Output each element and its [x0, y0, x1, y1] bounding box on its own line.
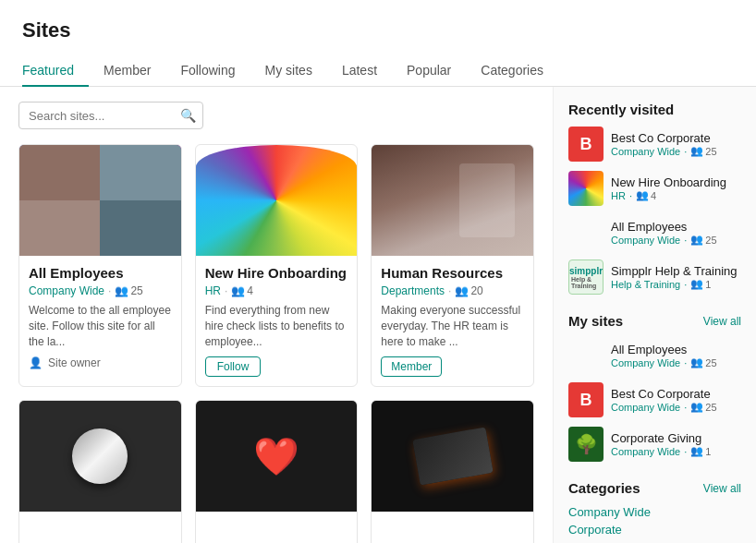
tabs-nav: Featured Member Following My sites Lates…	[22, 55, 734, 86]
site-info: New Hire Onboarding HR · 👥 4	[611, 175, 726, 201]
site-thumb-myallemployees	[568, 338, 604, 373]
card-image-laptop	[372, 401, 533, 512]
card-desc: Making everyone successful everyday. The…	[381, 303, 524, 349]
follow-button[interactable]: Follow	[205, 356, 262, 377]
category-company-wide[interactable]: Company Wide	[568, 505, 741, 519]
site-sub: Help & Training · 👥 1	[611, 278, 738, 290]
people-icon: 👥	[231, 284, 245, 297]
site-name: Corporate Giving	[611, 431, 711, 445]
recently-visited-header: Recently visited	[568, 102, 741, 117]
card-image-hr	[372, 145, 533, 256]
site-sub: Company Wide · 👥 25	[611, 401, 717, 413]
site-owner-icon: 👤	[29, 356, 43, 369]
site-info: Best Co Corporate Company Wide · 👥 25	[611, 131, 717, 157]
site-card-all-employees[interactable]: All Employees Company Wide · 👥 25 Welcom…	[18, 144, 182, 387]
card-body-4	[19, 512, 181, 543]
card-category: Company Wide	[29, 284, 104, 297]
my-sites-item-2[interactable]: B Best Co Corporate Company Wide · 👥 25	[568, 382, 741, 417]
card-body-5	[196, 512, 358, 543]
site-owner-label: Site owner	[48, 356, 101, 369]
card-footer: 👤 Site owner	[29, 356, 172, 369]
site-info: All Employees Company Wide · 👥 25	[611, 220, 717, 246]
site-name: Best Co Corporate	[611, 387, 717, 401]
recently-visited-item-1[interactable]: B Best Co Corporate Company Wide · 👥 25	[568, 127, 741, 162]
my-sites-item-3[interactable]: 🌳 Corporate Giving Company Wide · 👥 1	[568, 427, 741, 462]
site-card-5[interactable]: ❤️	[195, 400, 359, 543]
search-bar[interactable]: 🔍	[18, 102, 203, 129]
search-icon: 🔍	[180, 108, 196, 123]
site-info: All Employees Company Wide · 👥 25	[611, 343, 717, 368]
site-sub: Company Wide · 👥 25	[611, 356, 717, 368]
sidebar: Recently visited B Best Co Corporate Com…	[553, 87, 756, 543]
categories-section: Categories View all Company Wide Corpora…	[568, 480, 741, 543]
card-desc: Find everything from new hire check list…	[205, 303, 348, 349]
site-info: Corporate Giving Company Wide · 👥 1	[611, 431, 711, 457]
site-sub: Company Wide · 👥 25	[611, 145, 717, 157]
people-icon: 👥	[115, 284, 128, 297]
member-count: 👥 20	[455, 284, 482, 297]
member-count: 👥 25	[115, 284, 142, 297]
card-body-6	[372, 512, 533, 543]
site-thumb-newhire	[568, 171, 604, 206]
categories-title: Categories	[568, 480, 640, 496]
site-name: All Employees	[611, 343, 717, 356]
site-card-new-hire[interactable]: New Hire Onboarding HR · 👥 4 Find everyt…	[195, 144, 359, 387]
header: Sites Featured Member Following My sites…	[0, 0, 756, 87]
recently-visited-item-2[interactable]: New Hire Onboarding HR · 👥 4	[568, 171, 741, 206]
recently-visited-section: Recently visited B Best Co Corporate Com…	[568, 102, 741, 295]
card-category: Departments	[381, 284, 445, 297]
site-sub: Company Wide · 👥 1	[611, 445, 711, 457]
tab-latest[interactable]: Latest	[327, 55, 392, 87]
site-thumb-simpplr: simpplr Help & Training	[568, 259, 604, 295]
card-image-heart: ❤️	[196, 401, 358, 512]
site-card-6[interactable]	[371, 400, 534, 543]
tab-categories[interactable]: Categories	[466, 55, 558, 87]
my-sites-header: My sites View all	[568, 313, 741, 329]
my-sites-section: My sites View all All Employees Compan	[568, 313, 741, 462]
categories-header: Categories View all	[568, 480, 741, 496]
site-name: New Hire Onboarding	[611, 175, 726, 189]
site-card-4[interactable]	[18, 400, 182, 543]
card-category: HR	[205, 284, 221, 297]
my-sites-title: My sites	[568, 313, 623, 329]
site-thumb-corporate-giving: 🌳	[568, 427, 604, 462]
card-meta: Departments · 👥 20	[381, 284, 524, 297]
site-info: Best Co Corporate Company Wide · 👥 25	[611, 387, 717, 413]
search-input[interactable]	[29, 109, 177, 123]
categories-view-all[interactable]: View all	[703, 482, 741, 495]
site-info: Simpplr Help & Training Help & Training …	[611, 264, 738, 290]
site-card-hr[interactable]: Human Resources Departments · 👥 20 Makin…	[371, 144, 534, 387]
member-count: 👥 4	[231, 284, 253, 297]
tab-featured[interactable]: Featured	[22, 55, 89, 87]
card-meta: HR · 👥 4	[205, 284, 348, 297]
main-area: 🔍 All Employees	[0, 87, 756, 543]
site-grid: All Employees Company Wide · 👥 25 Welcom…	[18, 144, 534, 543]
card-body-hr: Human Resources Departments · 👥 20 Makin…	[372, 256, 533, 386]
member-button[interactable]: Member	[381, 356, 442, 377]
my-sites-item-1[interactable]: All Employees Company Wide · 👥 25	[568, 338, 741, 373]
tab-following[interactable]: Following	[165, 55, 250, 87]
tab-member[interactable]: Member	[89, 55, 165, 87]
people-icon: 👥	[455, 284, 469, 297]
card-footer: Follow	[205, 356, 348, 377]
card-image-all-employees	[19, 145, 181, 256]
site-name: All Employees	[611, 220, 717, 234]
card-title: All Employees	[29, 265, 172, 281]
card-body-new-hire: New Hire Onboarding HR · 👥 4 Find everyt…	[196, 256, 358, 386]
my-sites-view-all[interactable]: View all	[703, 315, 741, 328]
category-corporate[interactable]: Corporate	[568, 523, 741, 537]
card-footer: Member	[381, 356, 524, 377]
site-sub: HR · 👥 4	[611, 189, 726, 201]
site-thumb-mybestco: B	[568, 382, 604, 417]
page: Sites Featured Member Following My sites…	[0, 0, 756, 543]
recently-visited-item-4[interactable]: simpplr Help & Training Simpplr Help & T…	[568, 259, 741, 295]
card-desc: Welcome to the all employee site. Follow…	[29, 303, 172, 349]
content-area: 🔍 All Employees	[0, 87, 553, 543]
site-name: Best Co Corporate	[611, 131, 717, 145]
card-image-coins	[19, 401, 181, 512]
tab-my-sites[interactable]: My sites	[250, 55, 327, 87]
recently-visited-item-3[interactable]: All Employees Company Wide · 👥 25	[568, 215, 741, 250]
categories-list: Company Wide Corporate HR	[568, 505, 741, 543]
page-title: Sites	[22, 18, 734, 42]
tab-popular[interactable]: Popular	[392, 55, 466, 87]
